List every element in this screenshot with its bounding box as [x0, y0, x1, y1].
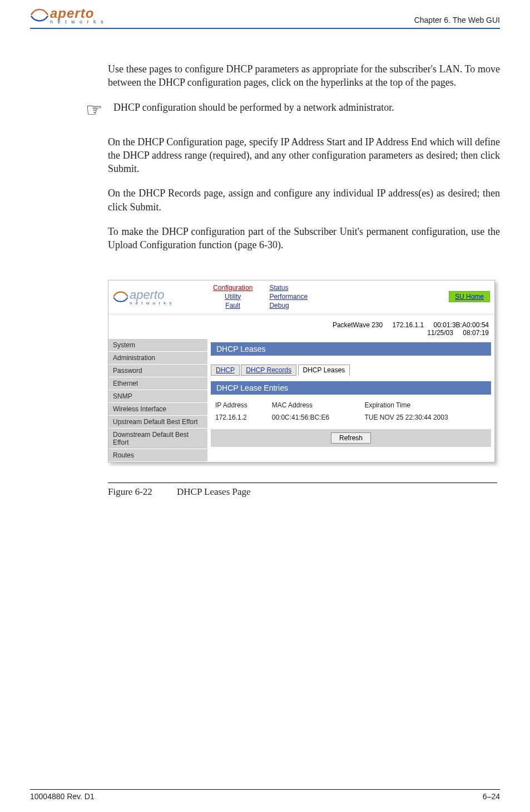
aperto-swoosh-icon: [113, 289, 128, 304]
chapter-label: Chapter 6.: [414, 16, 450, 24]
tab-dhcp-records[interactable]: DHCP Records: [241, 365, 296, 376]
col-ip: IP Address: [212, 399, 268, 411]
screenshot-dhcp-leases: aperto n e t w o r k s Configuration Uti…: [108, 280, 495, 462]
tab-row: DHCP DHCP Records DHCP Leases: [211, 365, 491, 376]
aperto-swoosh-icon: [30, 7, 49, 23]
device-info-bar: PacketWave 230 172.16.1.1 00:01:3B:A0:00…: [108, 314, 494, 339]
doc-id: 10004880 Rev. D1: [30, 792, 95, 801]
nav-group-left: Configuration Utility Fault: [213, 284, 252, 309]
figure-rule: [108, 483, 497, 483]
tab-dhcp[interactable]: DHCP: [211, 365, 240, 376]
paragraph-config: On the DHCP Configuration page, specify …: [108, 135, 500, 176]
table-header-row: IP Address MAC Address Expiration Time: [212, 399, 490, 411]
sidemenu-routes[interactable]: Routes: [108, 449, 207, 462]
figure-title: DHCP Leases Page: [177, 486, 251, 497]
sidemenu-system[interactable]: System: [108, 339, 207, 352]
brand-subtitle: n e t w o r k s: [50, 19, 105, 24]
figure-number: Figure 6-22: [108, 486, 152, 497]
device-ip: 172.16.1.1: [393, 321, 424, 329]
table-row: 172.16.1.2 00:0C:41:56:BC:E6 TUE NOV 25 …: [212, 412, 490, 422]
nav-link-utility[interactable]: Utility: [213, 293, 252, 301]
page-number: 6–24: [483, 792, 500, 801]
su-home-container: SU Home: [449, 284, 490, 309]
cell-mac: 00:0C:41:56:BC:E6: [269, 412, 360, 422]
sidemenu-downstream[interactable]: Downstream Default Best Effort: [108, 429, 207, 449]
page-footer: 10004880 Rev. D1 6–24: [30, 789, 500, 801]
device-model: PacketWave 230: [333, 321, 383, 329]
paragraph-intro: Use these pages to configure DHCP parame…: [108, 62, 500, 90]
cell-exp: TUE NOV 25 22:30:44 2003: [361, 412, 491, 422]
chapter-title: The Web GUI: [453, 16, 500, 24]
pointing-hand-icon: ☞: [86, 101, 102, 120]
refresh-bar: Refresh: [211, 429, 491, 447]
sidemenu-ethernet[interactable]: Ethernet: [108, 377, 207, 390]
page-header: aperto n e t w o r k s Chapter 6. The We…: [30, 6, 500, 29]
figure-caption: Figure 6-22 DHCP Leases Page: [108, 486, 500, 498]
paragraph-upload: To make the DHCP configuration part of t…: [108, 225, 500, 252]
note-callout: ☞ DHCP configuration should be performed…: [86, 101, 500, 120]
paragraph-records: On the DHCP Records page, assign and con…: [108, 186, 500, 214]
page-cross-ref[interactable]: page 6-30: [237, 239, 277, 250]
sidemenu-password[interactable]: Password: [108, 365, 207, 377]
note-text: DHCP configuration should be performed b…: [113, 101, 394, 114]
nav-link-fault[interactable]: Fault: [213, 302, 252, 309]
nav-group-right: Status Performance Debug: [269, 284, 308, 309]
nav-link-status[interactable]: Status: [269, 284, 308, 292]
refresh-button[interactable]: Refresh: [331, 432, 371, 444]
nav-link-debug[interactable]: Debug: [269, 302, 308, 309]
nav-link-configuration[interactable]: Configuration: [213, 284, 252, 292]
sidemenu-wireless[interactable]: Wireless Interface: [108, 403, 207, 416]
panel-dhcp-leases: DHCP Leases: [211, 342, 491, 356]
col-exp: Expiration Time: [361, 399, 491, 411]
device-time: 08:07:19: [463, 329, 489, 337]
chapter-reference: Chapter 6. The Web GUI: [414, 16, 500, 24]
sidemenu-upstream[interactable]: Upstream Default Best Effort: [108, 416, 207, 429]
device-date: 11/25/03: [427, 329, 453, 337]
nav-link-performance[interactable]: Performance: [269, 293, 308, 301]
brand-logo: aperto n e t w o r k s: [30, 6, 105, 24]
panel-lease-entries: DHCP Lease Entries: [211, 381, 491, 395]
brand-name: aperto: [50, 6, 94, 21]
cell-ip: 172.16.1.2: [212, 412, 268, 422]
body-copy: Use these pages to configure DHCP parame…: [108, 62, 500, 252]
sidemenu-snmp[interactable]: SNMP: [108, 390, 207, 403]
gui-logo: aperto n e t w o r k s: [113, 284, 196, 309]
gui-header: aperto n e t w o r k s Configuration Uti…: [108, 280, 494, 314]
lease-table: IP Address MAC Address Expiration Time 1…: [211, 398, 491, 424]
col-mac: MAC Address: [269, 399, 360, 411]
content-area: DHCP Leases DHCP DHCP Records DHCP Lease…: [207, 339, 494, 452]
su-home-button[interactable]: SU Home: [449, 291, 490, 302]
sidemenu-administration[interactable]: Administration: [108, 352, 207, 365]
side-menu: System Administration Password Ethernet …: [108, 339, 207, 462]
tab-dhcp-leases[interactable]: DHCP Leases: [298, 365, 350, 376]
device-mac: 00:01:3B:A0:00:54: [434, 321, 489, 329]
